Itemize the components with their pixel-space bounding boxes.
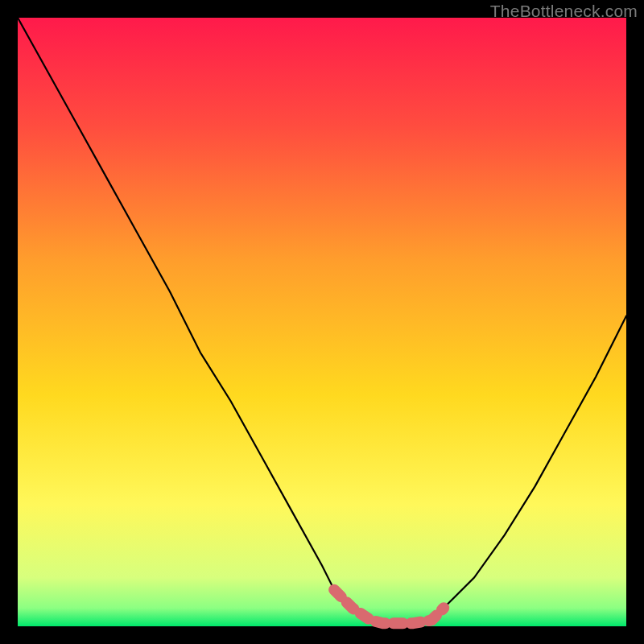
watermark-text: TheBottleneck.com xyxy=(490,2,638,21)
bottleneck-curve xyxy=(18,18,626,623)
chart-frame xyxy=(18,18,626,626)
optimal-range-highlight xyxy=(334,590,444,624)
curve-layer xyxy=(18,18,626,626)
